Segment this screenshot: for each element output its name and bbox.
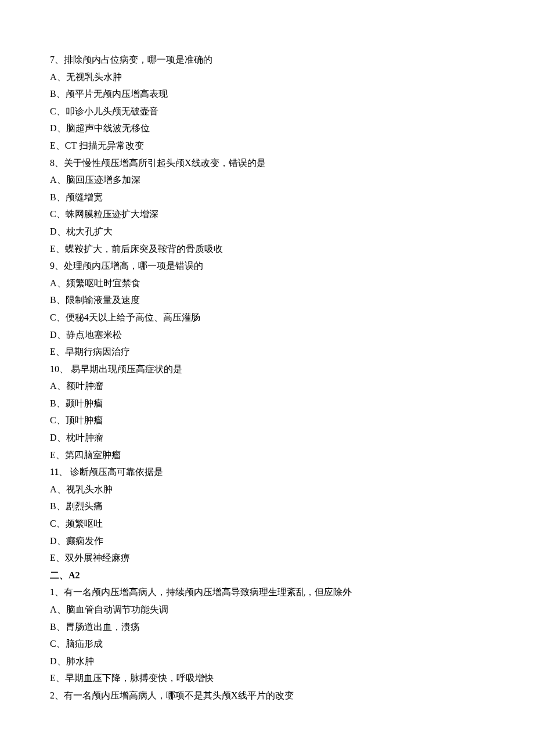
option-b: B、颅缝增宽 bbox=[50, 189, 484, 206]
option-a: A、脑血管自动调节功能失调 bbox=[50, 601, 484, 618]
option-c: C、叩诊小儿头颅无破壶音 bbox=[50, 103, 484, 120]
question-stem: 10、 易早期出现颅压高症状的是 bbox=[50, 361, 484, 378]
question-stem: 11、 诊断颅压高可靠依据是 bbox=[50, 463, 484, 481]
option-d: D、枕叶肿瘤 bbox=[50, 429, 484, 447]
question-stem: 7、排除颅内占位病变，哪一项是准确的 bbox=[50, 51, 484, 69]
option-e: E、第四脑室肿瘤 bbox=[50, 447, 484, 464]
option-a: A、额叶肿瘤 bbox=[50, 377, 484, 395]
option-d: D、静点地塞米松 bbox=[50, 326, 484, 344]
option-d: D、枕大孔扩大 bbox=[50, 223, 484, 240]
option-c: C、脑疝形成 bbox=[50, 635, 484, 653]
option-d: D、肺水肿 bbox=[50, 653, 484, 670]
option-c: C、顶叶肿瘤 bbox=[50, 412, 484, 429]
option-e: E、双外展神经麻痹 bbox=[50, 549, 484, 567]
option-c: C、便秘4天以上给予高位、高压灌肠 bbox=[50, 309, 484, 326]
option-e: E、早期血压下降，脉搏变快，呼吸增快 bbox=[50, 669, 484, 687]
question-stem: 1、有一名颅内压增高病人，持续颅内压增高导致病理生理紊乱，但应除外 bbox=[50, 584, 484, 601]
option-a: A、视乳头水肿 bbox=[50, 481, 484, 498]
option-b: B、颅平片无颅内压增高表现 bbox=[50, 85, 484, 103]
option-a: A、频繁呕吐时宜禁食 bbox=[50, 275, 484, 292]
document-page: 7、排除颅内占位病变，哪一项是准确的 A、无视乳头水肿 B、颅平片无颅内压增高表… bbox=[0, 0, 534, 756]
option-d: D、脑超声中线波无移位 bbox=[50, 120, 484, 137]
option-b: B、剧烈头痛 bbox=[50, 498, 484, 515]
option-d: D、癫痫发作 bbox=[50, 532, 484, 550]
option-b: B、限制输液量及速度 bbox=[50, 291, 484, 309]
option-c: C、频繁呕吐 bbox=[50, 515, 484, 532]
option-b: B、胃肠道出血，溃疡 bbox=[50, 618, 484, 636]
question-stem: 2、有一名颅内压增高病人，哪项不是其头颅X线平片的改变 bbox=[50, 687, 484, 704]
option-e: E、CT 扫描无异常改变 bbox=[50, 137, 484, 154]
option-a: A、无视乳头水肿 bbox=[50, 69, 484, 86]
question-stem: 8、关于慢性颅压增高所引起头颅X线改变，错误的是 bbox=[50, 154, 484, 172]
option-e: E、早期行病因治疗 bbox=[50, 343, 484, 361]
question-stem: 9、处理颅内压增高，哪一项是错误的 bbox=[50, 257, 484, 275]
section-heading: 二、A2 bbox=[50, 567, 484, 584]
option-a: A、脑回压迹增多加深 bbox=[50, 171, 484, 189]
option-c: C、蛛网膜粒压迹扩大增深 bbox=[50, 206, 484, 223]
option-e: E、蝶鞍扩大，前后床突及鞍背的骨质吸收 bbox=[50, 240, 484, 258]
option-b: B、颞叶肿瘤 bbox=[50, 395, 484, 412]
